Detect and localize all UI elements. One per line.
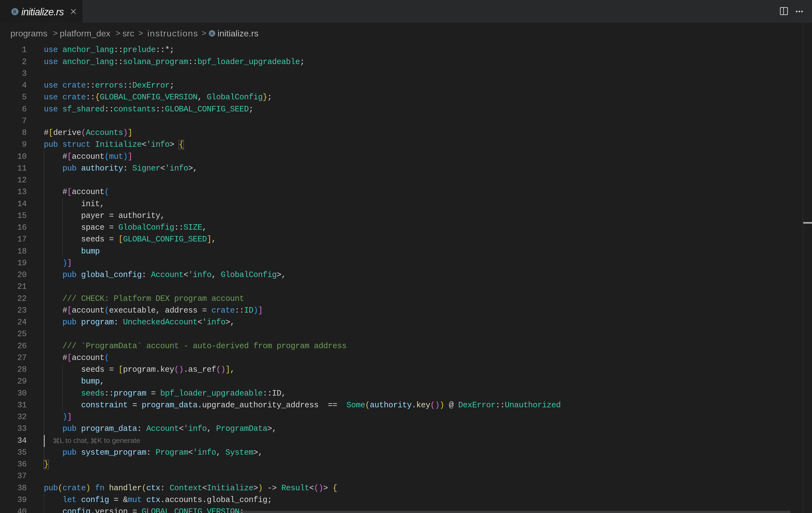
- svg-text:R: R: [13, 9, 17, 14]
- svg-text:R: R: [210, 31, 214, 36]
